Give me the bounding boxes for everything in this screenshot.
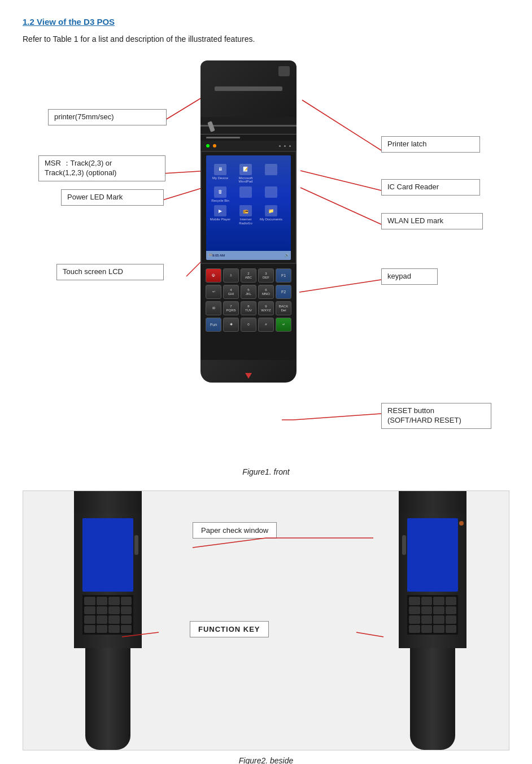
key-misc: ⊞ [206,301,221,315]
key-1: 1 [223,268,239,283]
label-paper-check: Paper check window [193,522,277,539]
intro-text: Refer to Table 1 for a list and descript… [23,34,509,44]
screen-icons: 🖥 My Device 📝 Microsoft WordPad 🗑 Recycl… [209,164,282,225]
key-hash: # [258,318,274,332]
key-5: 5JKL [241,285,256,299]
key-3: 3DEF [258,268,274,283]
device-msr-area [200,117,296,134]
label-keypad: keypad [381,268,438,285]
device-printer-top [200,60,296,117]
device-right-side [399,490,466,750]
svg-line-3 [300,171,381,190]
figure1-caption: Figure1. front [23,467,509,476]
figure2-section: Paper check window FUNCTION KEY [23,490,509,750]
label-msr: MSR ：Track(2,3) or Track(1,2,3) (optiona… [38,155,165,181]
power-led-dot [206,144,210,147]
key-f1: F1 [276,268,291,283]
label-reset: RESET button (SOFT/HARD RESET) [381,403,491,429]
key-fun: Fun [206,318,221,332]
key-power: ⏻ [206,268,221,283]
key-9: 9WXYZ [258,301,274,315]
key-enter: ↵ [276,318,291,332]
key-8: 8TUV [241,301,256,315]
key-0: 0 [241,318,256,332]
key-6: 6MNO [258,285,274,299]
svg-line-1 [302,100,381,150]
label-function-key: FUNCTION KEY [190,621,269,637]
screen-taskbar: 🏁 9:05 AM 🔊 [206,251,291,260]
label-touch-screen: Touch screen LCD [56,264,164,280]
label-ic-card: IC Card Reader [381,179,480,196]
figure2-caption: Figure2. beside [23,756,509,764]
svg-line-17 [356,632,383,637]
device-led-row [200,141,296,151]
label-printer-latch: Printer latch [381,136,480,153]
svg-line-15 [193,538,266,548]
key-backspace: BACKDel [276,301,291,315]
label-wlan-led: WLAN LED mark [381,213,483,229]
svg-line-8 [294,414,381,420]
key-7: 7PQRS [223,301,239,315]
key-f2: F2 [276,285,291,299]
key-back: ↩ [206,285,221,299]
svg-line-5 [300,188,381,224]
figure1-section: printer(75mm/sec) Printer latch MSR ：Tra… [23,60,509,462]
device-front-image: 🖥 My Device 📝 Microsoft WordPad 🗑 Recycl… [192,60,305,422]
key-4: 4GHI [223,285,239,299]
device-screen-area: 🖥 My Device 📝 Microsoft WordPad 🗑 Recycl… [200,151,296,264]
device-keypad-area: ⏻ 1 2ABC 3DEF F1 ↩ 4GHI 5JKL 6MNO F2 ⊞ 7… [200,264,296,360]
device-bottom [200,360,296,383]
label-printer: printer(75mm/sec) [48,109,167,125]
printer-slot [215,86,282,91]
svg-line-7 [299,280,381,292]
reset-arrow [245,373,252,379]
label-power-led: Power LED Mark [61,189,164,206]
device-screen: 🖥 My Device 📝 Microsoft WordPad 🗑 Recycl… [206,155,291,260]
device-left-side [74,490,142,750]
wlan-led-dot [213,144,216,147]
page-title: 1.2 View of the D3 POS [23,17,509,27]
key-2: 2ABC [241,268,256,283]
key-star: ✱ [223,318,239,332]
